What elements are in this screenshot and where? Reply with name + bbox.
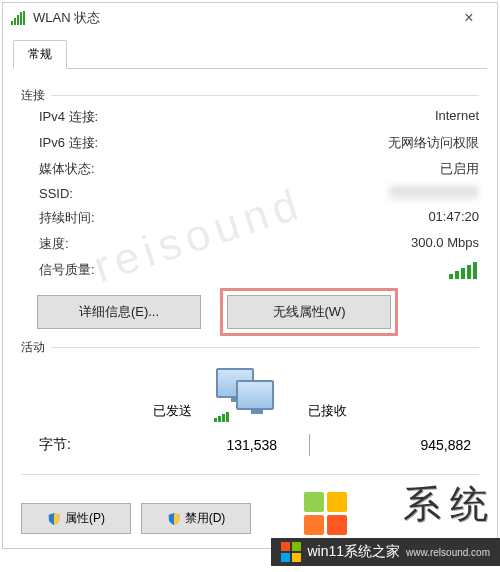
activity-received-label: 已接收: [308, 402, 347, 420]
duration-value: 01:47:20: [428, 209, 479, 227]
wlan-status-window: WLAN 状态 × 常规 连接 IPv4 连接: Internet IPv6 连…: [2, 2, 498, 549]
tab-strip: 常规: [3, 33, 497, 68]
watermark-strip-text: win11系统之家: [307, 543, 400, 561]
watermark-strip: win11系统之家 www.relsound.com: [271, 538, 500, 566]
bytes-received-value: 945,882: [342, 437, 479, 453]
properties-button-label: 属性(P): [65, 510, 105, 527]
shield-icon: [47, 512, 61, 526]
properties-button[interactable]: 属性(P): [21, 503, 131, 534]
activity-group-header: 活动: [21, 339, 479, 356]
bytes-sent-value: 131,538: [127, 437, 277, 453]
ipv4-label: IPv4 连接:: [39, 108, 98, 126]
ipv6-value: 无网络访问权限: [388, 134, 479, 152]
details-button[interactable]: 详细信息(E)...: [37, 295, 201, 329]
windows-logo-icon: [281, 542, 301, 562]
wifi-icon: [11, 11, 27, 25]
ssid-label: SSID:: [39, 186, 73, 201]
close-icon[interactable]: ×: [449, 9, 489, 27]
shield-icon: [167, 512, 181, 526]
media-state-value: 已启用: [440, 160, 479, 178]
signal-quality-value: [449, 261, 479, 279]
connection-group-title: 连接: [21, 87, 45, 104]
speed-label: 速度:: [39, 235, 69, 253]
bytes-separator: [309, 434, 310, 456]
tab-general[interactable]: 常规: [13, 40, 67, 69]
disable-button[interactable]: 禁用(D): [141, 503, 251, 534]
overlay-logo-icon: [304, 492, 348, 536]
disable-button-label: 禁用(D): [185, 510, 226, 527]
activity-sent-label: 已发送: [153, 402, 192, 420]
bytes-label: 字节:: [39, 436, 127, 454]
activity-group-title: 活动: [21, 339, 45, 356]
ipv4-value: Internet: [435, 108, 479, 126]
speed-value: 300.0 Mbps: [411, 235, 479, 253]
ipv6-label: IPv6 连接:: [39, 134, 98, 152]
ssid-value: [389, 186, 479, 200]
connection-group-header: 连接: [21, 87, 479, 104]
window-title: WLAN 状态: [33, 9, 100, 27]
media-state-label: 媒体状态:: [39, 160, 95, 178]
network-activity-icon: [212, 364, 288, 420]
duration-label: 持续时间:: [39, 209, 95, 227]
mini-signal-icon: [214, 412, 230, 422]
wireless-properties-button[interactable]: 无线属性(W): [227, 295, 391, 329]
titlebar: WLAN 状态 ×: [3, 3, 497, 33]
signal-bars-icon: [449, 261, 479, 279]
signal-quality-label: 信号质量:: [39, 261, 95, 279]
watermark-strip-url: www.relsound.com: [406, 547, 490, 558]
